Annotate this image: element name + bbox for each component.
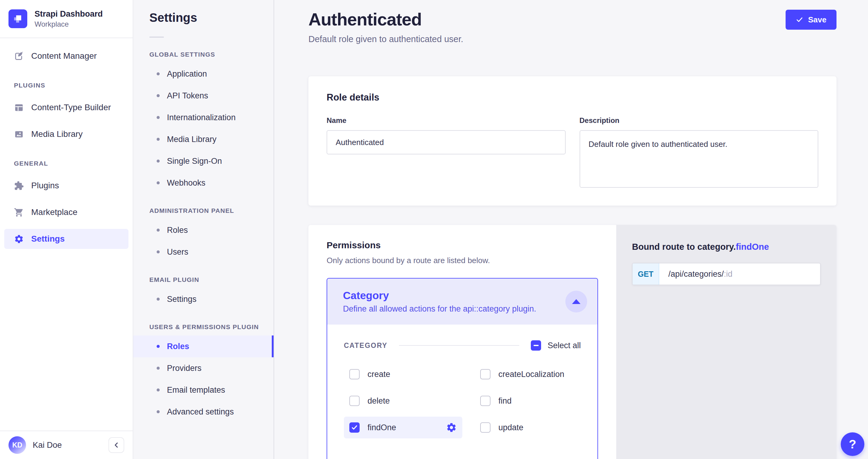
subnav-item-label: Webhooks <box>167 178 206 188</box>
permission-checkbox[interactable] <box>480 396 491 406</box>
name-field-group: Name <box>327 116 566 189</box>
subnav-item-global-settings-api-tokens[interactable]: API Tokens <box>133 85 274 106</box>
accordion-collapse-button[interactable] <box>565 291 587 313</box>
sidebar-item-media-library[interactable]: Media Library <box>4 124 128 144</box>
category-accordion: Category Define all allowed actions for … <box>327 278 598 459</box>
permission-settings-button[interactable] <box>446 422 457 433</box>
subnav-item-users-permissions-plugin-providers[interactable]: Providers <box>133 357 274 379</box>
user-name[interactable]: Kai Doe <box>33 440 102 450</box>
sidebar-item-content-type-builder[interactable]: Content-Type Builder <box>4 98 128 118</box>
bullet-icon <box>157 160 160 163</box>
workspace-subtitle: Workplace <box>35 20 103 29</box>
select-all-checkbox[interactable] <box>531 340 541 351</box>
subnav-item-label: Advanced settings <box>167 407 234 417</box>
sidebar-item-label: Settings <box>31 234 65 244</box>
subnav-item-global-settings-internationalization[interactable]: Internationalization <box>133 106 274 128</box>
sidebar-item-label: Media Library <box>31 129 83 139</box>
subnav-section-title: USERS & PERMISSIONS PLUGIN <box>133 323 274 331</box>
subnav-section: USERS & PERMISSIONS PLUGIN Roles Provide… <box>133 323 274 423</box>
subnav-title: Settings <box>133 11 274 25</box>
role-details-form: Name Description Default role given to a… <box>327 116 818 189</box>
permission-row-delete[interactable]: delete <box>344 390 475 412</box>
gear-icon <box>446 422 457 433</box>
subnav-item-administration-panel-roles[interactable]: Roles <box>133 219 274 241</box>
sidebar-item-content-manager[interactable]: Content Manager <box>4 46 128 66</box>
sidebar-item-label: Plugins <box>31 181 59 191</box>
bullet-icon <box>157 94 160 97</box>
bullet-icon <box>157 116 160 119</box>
strapi-admin-app: { "app": { "name": "Strapi Dashboard", "… <box>0 0 868 459</box>
permission-row-find[interactable]: find <box>475 390 581 412</box>
subnav-item-users-permissions-plugin-advanced-settings[interactable]: Advanced settings <box>133 401 274 423</box>
route-path-base: /api/categories/ <box>668 269 724 279</box>
subnav-section: ADMINISTRATION PANEL Roles Users <box>133 207 274 263</box>
bullet-icon <box>157 138 160 141</box>
subnav-item-global-settings-media-library[interactable]: Media Library <box>133 128 274 150</box>
subnav-item-administration-panel-users[interactable]: Users <box>133 241 274 263</box>
sidebar-footer: KD Kai Doe <box>0 430 133 459</box>
name-input[interactable] <box>327 130 566 155</box>
permission-checkbox[interactable] <box>480 422 491 433</box>
category-accordion-title: Category <box>343 290 582 301</box>
subnav-item-label: Roles <box>167 342 189 351</box>
bullet-icon <box>157 298 160 301</box>
bound-route-box: GET /api/categories/:id <box>632 263 821 285</box>
subnav-item-label: API Tokens <box>167 91 208 100</box>
permission-row-createlocalization[interactable]: createLocalization <box>475 363 581 385</box>
subnav-section: GLOBAL SETTINGS Application API Tokens I… <box>133 51 274 194</box>
permission-row-create[interactable]: create <box>344 363 475 385</box>
sidebar-section-items: Content-Type Builder Media Library <box>0 98 133 144</box>
sidebar-item-plugins[interactable]: Plugins <box>4 175 128 196</box>
indeterminate-icon <box>533 345 539 346</box>
save-button[interactable]: Save <box>785 10 836 30</box>
permissions-panel: Permissions Only actions bound by a rout… <box>308 225 616 459</box>
subnav-item-label: Settings <box>167 295 197 304</box>
settings-gear-icon <box>14 234 24 244</box>
sidebar-section: PLUGINS Content-Type Builder Media Libra… <box>0 82 133 144</box>
subnav-item-global-settings-application[interactable]: Application <box>133 63 274 85</box>
subnav-section-items: Settings <box>133 288 274 310</box>
active-indicator-bar <box>272 335 274 357</box>
sidebar-item-label: Content-Type Builder <box>31 103 111 112</box>
avatar[interactable]: KD <box>8 436 26 454</box>
category-group-row: CATEGORY Select all <box>344 340 581 351</box>
description-label: Description <box>580 116 620 125</box>
subnav-item-users-permissions-plugin-roles[interactable]: Roles <box>133 335 274 357</box>
http-method-badge: GET <box>632 263 659 285</box>
subnav-section-title: ADMINISTRATION PANEL <box>133 207 274 215</box>
subnav-item-global-settings-single-sign-on[interactable]: Single Sign-On <box>133 150 274 172</box>
workspace-brand[interactable]: Strapi Dashboard Workplace <box>0 0 133 38</box>
settings-subnav: Settings GLOBAL SETTINGS Application API… <box>133 0 274 459</box>
subnav-item-label: Single Sign-On <box>167 157 222 166</box>
subnav-item-label: Application <box>167 69 207 79</box>
sidebar-collapse-button[interactable] <box>108 437 124 453</box>
category-accordion-header[interactable]: Category Define all allowed actions for … <box>327 278 597 325</box>
sidebar-section: Content Manager <box>0 46 133 66</box>
page-title: Authenticated <box>308 9 463 29</box>
permission-checkbox[interactable] <box>349 396 360 406</box>
subnav-item-email-plugin-settings[interactable]: Settings <box>133 288 274 310</box>
subnav-item-label: Providers <box>167 364 202 373</box>
sidebar-nav: Content Manager PLUGINS Content-Type Bui… <box>0 38 133 430</box>
sidebar-item-settings[interactable]: Settings <box>4 229 128 249</box>
permission-row-findone[interactable]: findOne <box>344 417 462 438</box>
description-textarea[interactable]: Default role given to authenticated user… <box>580 130 818 188</box>
subnav-item-users-permissions-plugin-email-templates[interactable]: Email templates <box>133 379 274 401</box>
permission-checkbox[interactable] <box>480 369 491 380</box>
bullet-icon <box>157 410 160 413</box>
role-details-title: Role details <box>327 92 818 103</box>
name-label: Name <box>327 116 346 125</box>
bullet-icon <box>157 367 160 370</box>
help-button[interactable]: ? <box>841 432 864 456</box>
permission-label: find <box>498 396 512 406</box>
role-details-card: Role details Name Description Default ro… <box>308 76 836 205</box>
sidebar-section-title: GENERAL <box>0 160 133 167</box>
bound-route-panel: Bound route to category.findOne GET /api… <box>616 225 836 459</box>
permission-checkbox[interactable] <box>349 422 360 433</box>
sidebar-item-label: Content Manager <box>31 51 97 61</box>
permission-checkbox[interactable] <box>349 369 360 380</box>
subnav-item-global-settings-webhooks[interactable]: Webhooks <box>133 172 274 194</box>
permission-row-update[interactable]: update <box>475 417 581 438</box>
sidebar-section: GENERAL Plugins Marketplace Settings <box>0 160 133 249</box>
sidebar-item-marketplace[interactable]: Marketplace <box>4 202 128 222</box>
